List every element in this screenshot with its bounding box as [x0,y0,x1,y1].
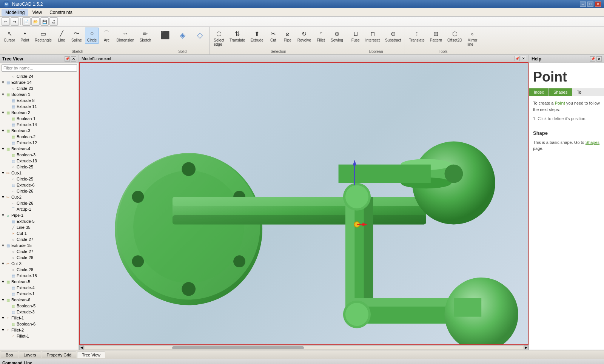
open-button[interactable]: 📂 [31,17,40,26]
list-item[interactable]: ▤ Extrude-4 [0,285,79,291]
expand-icon[interactable] [6,292,11,296]
expand-icon[interactable] [6,219,11,224]
titlebar-controls[interactable]: ─ □ ✕ [580,2,601,7]
offset2d-tool[interactable]: ⬡ Offset2D [445,28,464,44]
expand-icon[interactable]: ▼ [1,128,5,133]
expand-icon[interactable] [6,165,11,169]
list-item[interactable]: ⌒ Arc3p-1 [0,206,79,212]
list-item[interactable]: ✂ Cut-1 [0,230,79,236]
scroll-track[interactable] [85,346,523,349]
help-tab-shapes[interactable]: Shapes [549,88,572,96]
help-tab-to[interactable]: To [572,88,586,96]
expand-icon[interactable] [6,304,11,308]
close-button[interactable]: ✕ [595,2,601,7]
list-item[interactable]: ▼ ▦ Boolean-3 [0,128,79,134]
expand-icon[interactable] [6,255,11,260]
mirror-line-tool[interactable]: ⬦ Mirrorline [465,28,479,48]
list-item[interactable]: ▼ ◜ Fillet-1 [0,315,79,321]
scroll-left-button[interactable]: ◀ [79,345,84,350]
list-item[interactable]: ○ Circle-23 [0,85,79,91]
resize-handle[interactable] [601,0,604,364]
viewport-header-controls[interactable]: 📌 ✕ [515,56,526,61]
maximize-button[interactable]: □ [587,2,593,7]
expand-icon[interactable] [6,183,11,187]
circle-tool[interactable]: ○ Circle [85,28,99,44]
list-item[interactable]: ▼ ✂ Cut-1 [0,170,79,176]
tree-close-button[interactable]: ✕ [71,56,76,62]
shapes-link[interactable]: Shapes [586,140,599,145]
list-item[interactable]: ╱ Line-35 [0,224,79,230]
viewport-scrollbar-horizontal[interactable]: ◀ ▶ [79,345,528,350]
expand-icon[interactable]: ▼ [1,328,5,332]
expand-icon[interactable] [6,177,11,181]
list-item[interactable]: ○ Circle-25 [0,164,79,170]
expand-icon[interactable] [6,285,11,290]
fuse-tool[interactable]: ⊔ Fuse [349,28,362,44]
menu-modelling[interactable]: Modelling [2,9,28,16]
list-item[interactable]: ○ Circle-27 [0,236,79,242]
rectangle-tool[interactable]: ▭ Rectangle [32,28,54,44]
spline-tool[interactable]: 〜 Spline [69,28,84,44]
list-item[interactable]: ○ Circle-26 [0,188,79,194]
list-item[interactable]: ▼ ✂ Cut-2 [0,194,79,200]
expand-icon[interactable] [6,116,11,121]
extrude-tool[interactable]: ⬆ Extrude [248,28,265,44]
menu-view[interactable]: View [28,9,46,16]
cursor-tool[interactable]: ↖ Cursor [2,28,17,44]
expand-icon[interactable]: ▼ [1,316,5,320]
expand-icon[interactable] [6,207,11,211]
list-item[interactable]: ▤ Extrude-11 [0,103,79,110]
expand-icon[interactable]: ▼ [1,298,5,302]
list-item[interactable]: ▤ Extrude-1 [0,291,79,297]
list-item[interactable]: ▤ Extrude-8 [0,97,79,103]
list-item[interactable]: ▤ Extrude-13 [0,158,79,164]
select-edge-tool[interactable]: ⬡ Selectedge [211,28,226,48]
list-item[interactable]: ○ Circle-28 [0,267,79,273]
list-item[interactable]: ▤ Extrude-3 [0,309,79,315]
expand-icon[interactable]: ▼ [1,261,5,266]
expand-icon[interactable] [6,249,11,254]
tab-property-grid[interactable]: Property Grid [42,352,76,358]
line-tool[interactable]: ╱ Line [55,28,68,44]
expand-icon[interactable] [6,122,11,127]
expand-icon[interactable] [6,98,11,103]
help-tabs[interactable]: Index Shapes To [529,88,604,96]
cut-tool[interactable]: ✂ Cut [267,28,280,44]
expand-icon[interactable] [6,189,11,193]
undo-button[interactable]: ↩ [2,17,10,26]
list-item[interactable]: ○ Circle-24 [0,73,79,79]
expand-icon[interactable] [6,322,11,326]
expand-icon[interactable]: ▼ [1,147,5,151]
list-item[interactable]: ▤ Extrude-15 [0,273,79,279]
list-item[interactable]: ▤ Extrude-5 [0,218,79,224]
translate-tool[interactable]: ⇅ Translate [227,28,247,44]
scroll-right-button[interactable]: ▶ [524,345,528,350]
expand-icon[interactable] [6,86,11,91]
expand-icon[interactable]: ▼ [1,110,5,115]
viewport-pin-button[interactable]: 📌 [515,56,520,61]
expand-icon[interactable] [6,310,11,314]
expand-icon[interactable] [6,231,11,236]
dimension-tool[interactable]: ↔ Dimension [114,28,136,44]
expand-icon[interactable]: ▼ [1,279,5,284]
list-item[interactable]: ○ Circle-28 [0,254,79,261]
tree-search-input[interactable] [2,64,77,72]
substract-tool[interactable]: ⊖ Substract [383,28,403,44]
expand-icon[interactable] [6,201,11,205]
expand-icon[interactable] [6,237,11,242]
expand-icon[interactable]: ▼ [1,80,5,85]
expand-icon[interactable] [6,140,11,145]
expand-icon[interactable] [6,153,11,157]
revolve-tool[interactable]: ↻ Revolve [295,28,313,44]
list-item[interactable]: ▦ Boolean-5 [0,303,79,309]
3d-viewport[interactable] [79,62,528,345]
list-item[interactable]: ○ Circle-26 [0,200,79,206]
list-item[interactable]: ▦ Boolean-1 [0,116,79,122]
expand-icon[interactable] [6,134,11,139]
tab-boo[interactable]: Boo [1,352,18,358]
list-item[interactable]: ▦ Boolean-2 [0,134,79,140]
list-item[interactable]: ○ Circle-25 [0,176,79,182]
expand-icon[interactable] [6,104,11,109]
redo-button[interactable]: ↪ [11,17,19,26]
point-tool[interactable]: • Point [18,28,32,44]
